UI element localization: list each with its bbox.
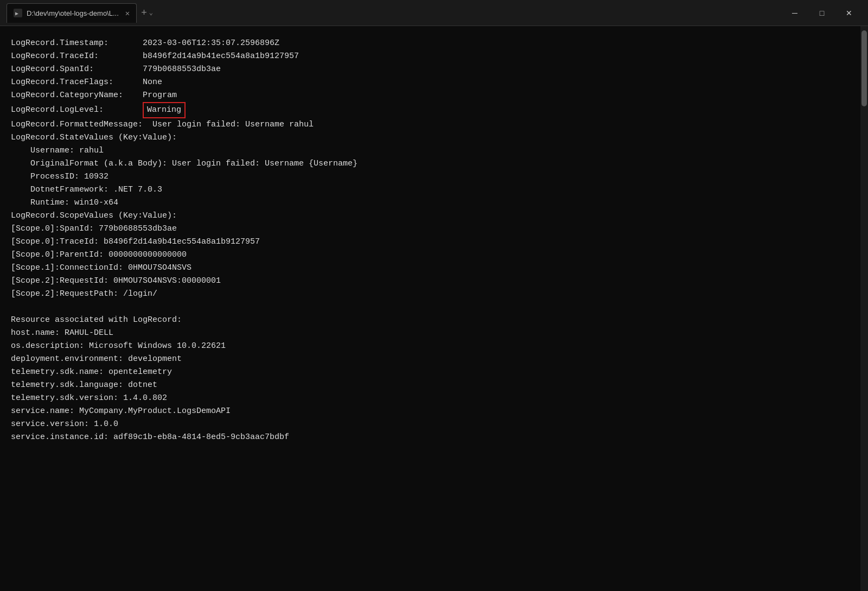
log-line-traceflags: LogRecord.TraceFlags: None xyxy=(11,76,857,89)
maximize-button[interactable]: □ xyxy=(809,4,834,22)
tab-close-button[interactable]: ✕ xyxy=(125,9,130,18)
log-line-categoryname: LogRecord.CategoryName: Program xyxy=(11,89,857,102)
log-line-statevalues: LogRecord.StateValues (Key:Value): xyxy=(11,131,857,144)
log-line-scope2_path: [Scope.2]:RequestPath: /login/ xyxy=(11,288,857,301)
active-tab[interactable]: ▶ D:\dev\my\otel-logs-demo\L... ✕ xyxy=(7,3,137,23)
window-chrome: ▶ D:\dev\my\otel-logs-demo\L... ✕ + ⌄ ─ … xyxy=(0,0,868,26)
log-line-resource_hdr: Resource associated with LogRecord: xyxy=(11,314,857,327)
window-controls: ─ □ ✕ xyxy=(782,4,861,22)
log-line-scope1_conn: [Scope.1]:ConnectionId: 0HMOU7SO4NSVS xyxy=(11,262,857,275)
log-line-spanid: LogRecord.SpanId: 779b0688553db3ae xyxy=(11,63,857,76)
tab-title: D:\dev\my\otel-logs-demo\L... xyxy=(27,9,119,17)
log-line-sv_processid: ProcessID: 10932 xyxy=(11,170,857,183)
log-line-timestamp: LogRecord.Timestamp: 2023-03-06T12:35:07… xyxy=(11,37,857,50)
tab-favicon-icon: ▶ xyxy=(14,9,22,17)
log-line-scopevalues: LogRecord.ScopeValues (Key:Value): xyxy=(11,209,857,223)
log-line-svc_ver: service.version: 1.0.0 xyxy=(11,418,857,431)
log-line-sdk_lang: telemetry.sdk.language: dotnet xyxy=(11,379,857,392)
close-window-button[interactable]: ✕ xyxy=(837,4,861,22)
minimize-button[interactable]: ─ xyxy=(782,4,807,22)
svg-text:▶: ▶ xyxy=(15,10,18,16)
tab-dropdown-button[interactable]: ⌄ xyxy=(149,9,153,17)
log-line-svc_name: service.name: MyCompany.MyProduct.LogsDe… xyxy=(11,405,857,418)
log-line-empty1 xyxy=(11,301,857,314)
scrollbar-thumb[interactable] xyxy=(861,30,867,106)
scrollbar-track[interactable] xyxy=(860,26,868,591)
log-line-loglevel: LogRecord.LogLevel: Warning xyxy=(11,102,857,118)
log-line-sv_dotnet: DotnetFramework: .NET 7.0.3 xyxy=(11,183,857,196)
log-line-hostname: host.name: RAHUL-DELL xyxy=(11,327,857,340)
log-line-scope0_parent: [Scope.0]:ParentId: 0000000000000000 xyxy=(11,249,857,262)
log-line-scope2_reqid: [Scope.2]:RequestId: 0HMOU7SO4NSVS:00000… xyxy=(11,275,857,288)
log-lines: LogRecord.Timestamp: 2023-03-06T12:35:07… xyxy=(11,37,857,444)
log-line-scope0_traceid: [Scope.0]:TraceId: b8496f2d14a9b41ec554a… xyxy=(11,236,857,249)
log-line-formattedmsg: LogRecord.FormattedMessage: User login f… xyxy=(11,118,857,131)
terminal-output: LogRecord.Timestamp: 2023-03-06T12:35:07… xyxy=(0,26,868,591)
log-line-sv_username: Username: rahul xyxy=(11,144,857,157)
log-line-deployenv: deployment.environment: development xyxy=(11,353,857,366)
new-tab-button[interactable]: + xyxy=(141,7,147,18)
log-line-traceid: LogRecord.TraceId: b8496f2d14a9b41ec554a… xyxy=(11,50,857,63)
tab-bar: ▶ D:\dev\my\otel-logs-demo\L... ✕ + ⌄ xyxy=(7,0,782,26)
log-line-sv_origformat: OriginalFormat (a.k.a Body): User login … xyxy=(11,157,857,170)
warning-highlight: Warning xyxy=(143,102,186,118)
log-line-sdk_name: telemetry.sdk.name: opentelemetry xyxy=(11,366,857,379)
log-line-scope0_spanid: [Scope.0]:SpanId: 779b0688553db3ae xyxy=(11,223,857,236)
log-line-sdk_ver: telemetry.sdk.version: 1.4.0.802 xyxy=(11,392,857,405)
log-line-osdesc: os.description: Microsoft Windows 10.0.2… xyxy=(11,340,857,353)
log-line-svc_inst: service.instance.id: adf89c1b-eb8a-4814-… xyxy=(11,431,857,444)
log-line-sv_runtime: Runtime: win10-x64 xyxy=(11,196,857,209)
